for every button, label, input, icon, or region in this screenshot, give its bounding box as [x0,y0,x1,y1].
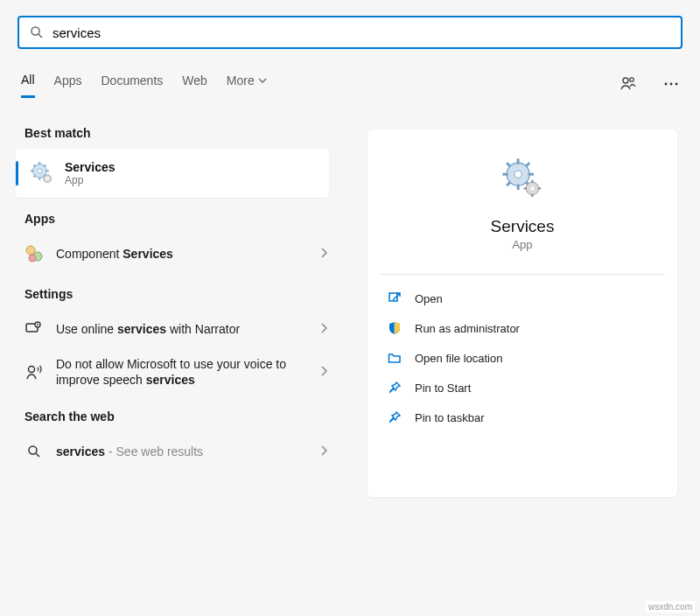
narrator-icon [24,319,44,339]
tab-more-label: More [227,74,255,88]
svg-line-27 [36,453,39,457]
tab-more[interactable]: More [227,74,267,96]
chevron-right-icon [320,247,327,261]
result-label: services - See web results [56,444,320,459]
svg-point-26 [29,446,37,454]
best-match-title: Services [65,160,116,174]
chevron-right-icon [320,365,327,379]
svg-point-3 [630,77,634,80]
component-services-icon [24,244,44,263]
preview-column: Services App Open Run as administrator [345,112,700,616]
filter-tabs: All Apps Documents Web More [21,70,682,100]
svg-point-8 [38,169,42,173]
preview-panel: Services App Open Run as administrator [368,130,677,497]
result-narrator-services[interactable]: Use online services with Narrator [0,310,345,348]
best-match-header: Best match [0,112,345,149]
preview-subtitle: App [368,238,677,251]
action-open[interactable]: Open [368,284,677,313]
svg-point-18 [46,178,49,180]
svg-point-25 [29,367,35,373]
svg-line-13 [33,164,35,166]
action-run-admin[interactable]: Run as administrator [368,313,677,343]
action-open-location[interactable]: Open file location [368,343,677,373]
action-pin-start[interactable]: Pin to Start [368,373,677,402]
action-pin-taskbar[interactable]: Pin to taskbar [368,402,677,432]
svg-point-24 [37,324,38,326]
tab-all[interactable]: All [21,73,35,98]
tab-documents[interactable]: Documents [101,74,163,96]
selection-indicator [16,161,18,186]
svg-point-2 [623,78,628,83]
chevron-right-icon [320,444,327,458]
result-speech-services[interactable]: Do not allow Microsoft to use your voice… [0,348,345,396]
result-label: Do not allow Microsoft to use your voice… [56,356,320,388]
svg-point-4 [665,82,668,85]
accounts-icon[interactable] [616,72,640,99]
action-label: Open [415,292,443,305]
preview-app-icon [368,156,677,201]
result-label: Use online services with Narrator [56,321,320,337]
action-label: Pin to Start [415,382,471,395]
action-label: Pin to taskbar [415,411,485,424]
best-match-item[interactable]: Services App [16,149,329,198]
search-web-header: Search the web [0,396,345,432]
pin-icon [387,380,402,396]
svg-point-6 [676,82,678,85]
settings-header: Settings [0,273,345,310]
svg-point-0 [32,27,39,35]
results-column: Best match Services App Apps Compone [0,112,345,616]
svg-point-5 [670,82,673,85]
svg-point-39 [530,186,534,190]
services-gear-icon [30,161,54,186]
more-options-icon[interactable] [660,73,682,98]
search-input[interactable] [52,25,670,40]
tab-apps[interactable]: Apps [54,74,82,96]
svg-point-21 [29,255,36,262]
best-match-subtitle: App [65,174,116,186]
result-web-search[interactable]: services - See web results [0,432,345,471]
pin-icon [387,410,402,425]
chevron-right-icon [320,322,327,336]
result-component-services[interactable]: Component Services [0,234,345,273]
svg-line-16 [44,164,46,166]
folder-icon [387,350,402,366]
svg-line-37 [526,163,529,166]
search-icon [24,442,44,461]
speech-icon [24,362,44,382]
search-bar[interactable] [18,16,682,49]
apps-header: Apps [0,198,345,234]
tab-web[interactable]: Web [182,74,207,96]
preview-title: Services [368,217,677,236]
svg-line-15 [33,175,35,177]
result-label: Component Services [56,246,320,262]
divider [380,274,665,275]
svg-point-29 [514,171,522,178]
open-icon [387,290,402,306]
svg-point-19 [26,246,35,255]
watermark: wsxdn.com [646,601,695,612]
svg-line-34 [507,163,510,166]
search-icon [30,25,44,39]
action-label: Run as administrator [415,322,520,335]
action-label: Open file location [415,352,502,365]
shield-admin-icon [387,320,402,336]
svg-line-36 [507,182,510,186]
svg-line-1 [38,34,42,38]
chevron-down-icon [258,74,267,88]
